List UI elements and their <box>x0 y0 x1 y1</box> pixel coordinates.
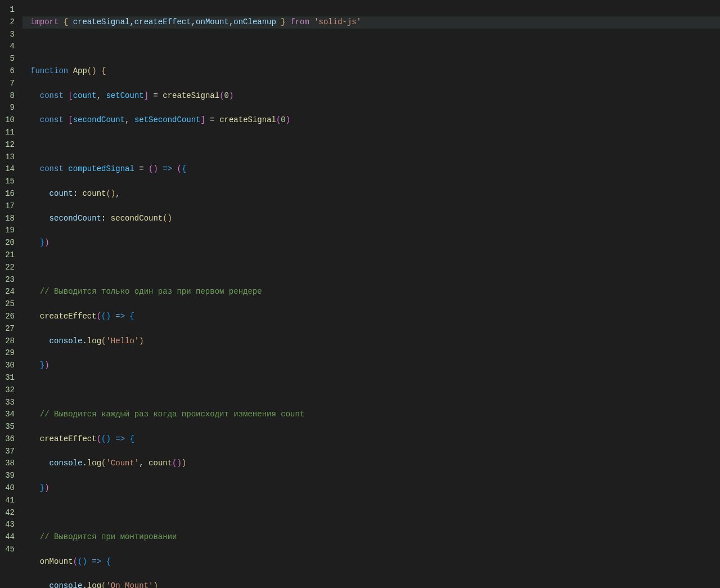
line-number-gutter: 1234567891011121314151617181920212223242… <box>0 0 22 588</box>
line-number: 37 <box>0 446 15 458</box>
line-number: 23 <box>0 274 15 286</box>
line-number: 13 <box>0 151 15 164</box>
line-number: 39 <box>0 470 15 482</box>
code-line[interactable]: createEffect(() => { <box>30 311 720 323</box>
code-line[interactable] <box>30 41 720 53</box>
code-line[interactable]: onMount(() => { <box>30 556 720 568</box>
line-number: 2 <box>0 16 15 29</box>
line-number: 38 <box>0 457 15 470</box>
line-number: 4 <box>0 41 15 53</box>
line-number: 33 <box>0 397 15 409</box>
line-number: 40 <box>0 482 15 495</box>
code-line[interactable]: function App() { <box>30 65 720 78</box>
line-number: 12 <box>0 139 15 151</box>
code-line[interactable]: // Выводится при монтировании <box>30 531 720 544</box>
line-number: 45 <box>0 544 15 556</box>
line-number: 10 <box>0 114 15 127</box>
line-number: 29 <box>0 347 15 360</box>
line-number: 36 <box>0 433 15 446</box>
code-line[interactable] <box>30 139 720 151</box>
line-number: 22 <box>0 262 15 274</box>
code-editor[interactable]: import { createSignal,createEffect,onMou… <box>22 0 720 588</box>
line-number: 9 <box>0 102 15 114</box>
code-line[interactable]: }) <box>30 482 720 495</box>
code-line[interactable]: // Выводится каждый раз когда происходит… <box>30 409 720 421</box>
code-line[interactable]: }) <box>30 360 720 372</box>
line-number: 42 <box>0 507 15 519</box>
code-line[interactable] <box>30 384 720 397</box>
line-number: 35 <box>0 421 15 433</box>
line-number: 3 <box>0 29 15 41</box>
line-number: 20 <box>0 237 15 249</box>
line-number: 5 <box>0 53 15 65</box>
line-number: 34 <box>0 409 15 421</box>
code-line[interactable]: }) <box>30 237 720 249</box>
code-line[interactable]: // Выводится только один раз при первом … <box>30 286 720 298</box>
line-number: 6 <box>0 65 15 78</box>
line-number: 19 <box>0 225 15 237</box>
line-number: 25 <box>0 298 15 311</box>
code-line[interactable]: secondCount: secondCount() <box>30 213 720 225</box>
line-number: 30 <box>0 360 15 372</box>
line-number: 7 <box>0 78 15 90</box>
line-number: 27 <box>0 323 15 335</box>
line-number: 43 <box>0 519 15 531</box>
line-number: 28 <box>0 335 15 348</box>
line-number: 18 <box>0 213 15 225</box>
line-number: 17 <box>0 200 15 213</box>
code-line[interactable]: const computedSignal = () => ({ <box>30 163 720 176</box>
code-line[interactable]: createEffect(() => { <box>30 433 720 446</box>
line-number: 24 <box>0 286 15 298</box>
code-line[interactable]: console.log('On Mount') <box>30 580 720 588</box>
line-number: 44 <box>0 531 15 544</box>
line-number: 32 <box>0 384 15 397</box>
code-line[interactable]: console.log('Hello') <box>30 335 720 348</box>
code-line[interactable]: const [secondCount, setSecondCount] = cr… <box>30 114 720 127</box>
code-line[interactable]: import { createSignal,createEffect,onMou… <box>30 16 720 29</box>
code-line[interactable] <box>30 262 720 274</box>
line-number: 11 <box>0 127 15 139</box>
code-line[interactable]: count: count(), <box>30 188 720 200</box>
line-number: 21 <box>0 249 15 262</box>
code-line[interactable] <box>30 507 720 519</box>
code-line[interactable]: const [count, setCount] = createSignal(0… <box>30 90 720 102</box>
line-number: 8 <box>0 90 15 102</box>
line-number: 41 <box>0 495 15 507</box>
line-number: 16 <box>0 188 15 200</box>
line-number: 1 <box>0 4 15 16</box>
code-line[interactable]: console.log('Count', count()) <box>30 457 720 470</box>
line-number: 15 <box>0 176 15 188</box>
line-number: 14 <box>0 163 15 176</box>
line-number: 26 <box>0 311 15 323</box>
line-number: 31 <box>0 372 15 384</box>
